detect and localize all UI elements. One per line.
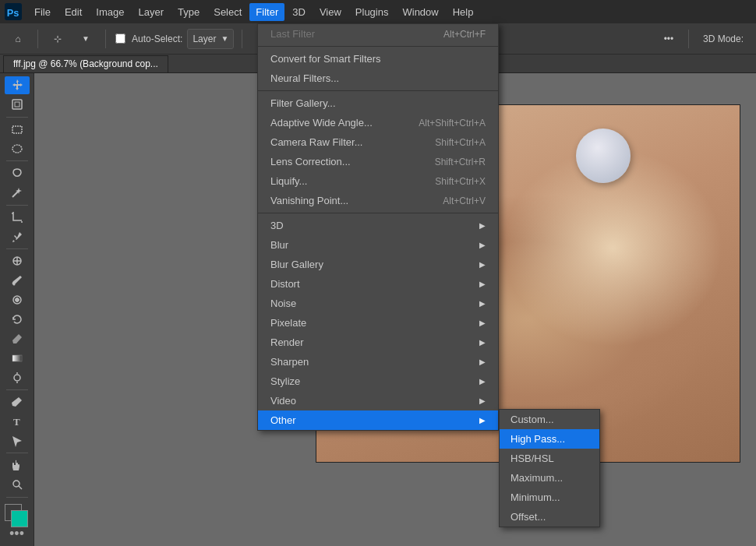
zoom-tool[interactable]	[5, 476, 30, 494]
menu-camera-raw-filter[interactable]: Camera Raw Filter... Shift+Ctrl+A	[258, 132, 498, 152]
submenu-maximum[interactable]: Maximum...	[500, 468, 599, 488]
history-brush-tool[interactable]	[5, 311, 30, 329]
tool-separator-4	[6, 248, 28, 249]
menu-last-filter[interactable]: Last Filter Alt+Ctrl+F	[258, 24, 498, 44]
render-label: Render	[270, 336, 473, 348]
more-options[interactable]: •••	[657, 27, 680, 51]
menu-other[interactable]: Other ▶	[258, 410, 498, 430]
menu-pixelate[interactable]: Pixelate ▶	[258, 313, 498, 333]
eyedropper-tool[interactable]	[5, 227, 30, 245]
menu-lens-correction[interactable]: Lens Correction... Shift+Ctrl+R	[258, 152, 498, 171]
menu-view[interactable]: View	[313, 3, 348, 21]
type-tool[interactable]: T	[5, 413, 30, 431]
menu-help[interactable]: Help	[447, 3, 480, 21]
more-tools[interactable]: •••	[5, 525, 30, 543]
crop-tool[interactable]	[5, 208, 30, 226]
menu-render[interactable]: Render ▶	[258, 333, 498, 352]
menu-file[interactable]: File	[28, 3, 57, 21]
svg-point-11	[12, 284, 15, 286]
vanishing-point-shortcut: Alt+Ctrl+V	[443, 196, 486, 206]
toolbar-separator-1	[37, 30, 38, 48]
lasso-tool[interactable]	[5, 164, 30, 182]
submenu-high-pass[interactable]: High Pass...	[500, 429, 599, 449]
move-tool[interactable]	[5, 76, 30, 94]
minimum-label: Minimum...	[510, 491, 588, 503]
submenu-hsb-hsl[interactable]: HSB/HSL	[500, 449, 599, 468]
svg-line-6	[12, 191, 19, 197]
menu-type[interactable]: Type	[171, 3, 206, 21]
menu-filter[interactable]: Filter	[249, 3, 284, 21]
submenu-minimum[interactable]: Minimum...	[500, 488, 599, 507]
filter-sep-1	[258, 46, 498, 47]
camera-raw-shortcut: Shift+Ctrl+A	[435, 137, 486, 148]
menu-liquify[interactable]: Liquify... Shift+Ctrl+X	[258, 171, 498, 191]
healing-brush-tool[interactable]	[5, 252, 30, 270]
pen-tool[interactable]	[5, 393, 30, 411]
gradient-tool[interactable]	[5, 349, 30, 367]
menu-adaptive-wide-angle[interactable]: Adaptive Wide Angle... Alt+Shift+Ctrl+A	[258, 113, 498, 132]
tool-separator-5	[6, 389, 28, 390]
clone-stamp-tool[interactable]	[5, 291, 30, 309]
eraser-tool[interactable]	[5, 329, 30, 347]
menu-3d[interactable]: 3D	[286, 3, 312, 21]
menu-neural-filters[interactable]: Neural Filters...	[258, 69, 498, 88]
menu-sharpen[interactable]: Sharpen ▶	[258, 352, 498, 372]
convert-smart-label: Convert for Smart Filters	[270, 53, 486, 65]
auto-select-label: Auto-Select:	[132, 33, 182, 44]
path-selection-tool[interactable]	[5, 432, 30, 449]
adaptive-wide-label: Adaptive Wide Angle...	[270, 117, 403, 129]
lens-correction-label: Lens Correction...	[270, 156, 419, 167]
submenu-custom[interactable]: Custom...	[500, 410, 599, 429]
tool-separator-6	[6, 453, 28, 453]
menu-stylize[interactable]: Stylize ▶	[258, 372, 498, 391]
pill-shape	[576, 129, 631, 183]
rect-marquee-tool[interactable]	[5, 120, 30, 138]
home-button[interactable]: ⌂	[6, 27, 30, 51]
menu-filter-gallery[interactable]: Filter Gallery...	[258, 93, 498, 113]
move-tool-options[interactable]: ⊹	[46, 27, 69, 51]
menu-edit[interactable]: Edit	[58, 3, 88, 21]
foreground-color-swatch[interactable]	[11, 510, 28, 527]
toolbar-separator-2	[105, 30, 106, 48]
menu-convert-smart-filters[interactable]: Convert for Smart Filters	[258, 49, 498, 69]
dodge-tool[interactable]	[5, 368, 30, 386]
tool-separator-2	[6, 160, 28, 161]
color-swatch-area[interactable]	[3, 504, 31, 524]
toolbar-separator-3	[242, 30, 242, 48]
auto-select-checkbox[interactable]	[115, 33, 125, 44]
3d-mode-label: 3D Mode:	[697, 30, 750, 48]
other-label: Other	[270, 414, 473, 426]
hand-tool[interactable]	[5, 456, 30, 474]
menu-blur-gallery[interactable]: Blur Gallery ▶	[258, 255, 498, 274]
menu-blur[interactable]: Blur ▶	[258, 235, 498, 255]
tool-panel: T •••	[0, 73, 34, 546]
menu-image[interactable]: Image	[90, 3, 130, 21]
menu-distort[interactable]: Distort ▶	[258, 274, 498, 294]
layer-select[interactable]: Layer ▼	[187, 29, 234, 49]
menu-layer[interactable]: Layer	[132, 3, 171, 21]
brush-tool[interactable]	[5, 272, 30, 290]
svg-text:T: T	[13, 416, 20, 428]
menu-video[interactable]: Video ▶	[258, 391, 498, 410]
menu-vanishing-point[interactable]: Vanishing Point... Alt+Ctrl+V	[258, 191, 498, 210]
document-tab[interactable]: fff.jpg @ 66.7% (Background cop...	[3, 55, 168, 72]
last-filter-label: Last Filter	[270, 28, 428, 40]
distort-label: Distort	[270, 278, 473, 290]
filter-dropdown-menu: Last Filter Alt+Ctrl+F Convert for Smart…	[257, 23, 499, 431]
menu-noise[interactable]: Noise ▶	[258, 294, 498, 313]
menu-window[interactable]: Window	[396, 3, 444, 21]
artboard-tool[interactable]	[5, 96, 30, 114]
magic-wand-tool[interactable]	[5, 184, 30, 202]
menu-select[interactable]: Select	[207, 3, 248, 21]
ellipse-marquee-tool[interactable]	[5, 139, 30, 157]
blur-label: Blur	[270, 239, 473, 251]
sharpen-arrow: ▶	[479, 358, 486, 366]
submenu-offset[interactable]: Offset...	[500, 507, 599, 527]
menu-plugins[interactable]: Plugins	[349, 3, 395, 21]
svg-rect-16	[12, 355, 22, 361]
custom-label: Custom...	[510, 414, 588, 425]
layer-select-arrow: ▼	[221, 34, 228, 43]
move-tool-options2[interactable]: ▼	[74, 27, 97, 51]
menu-3d[interactable]: 3D ▶	[258, 216, 498, 235]
3d-label: 3D	[270, 220, 473, 231]
